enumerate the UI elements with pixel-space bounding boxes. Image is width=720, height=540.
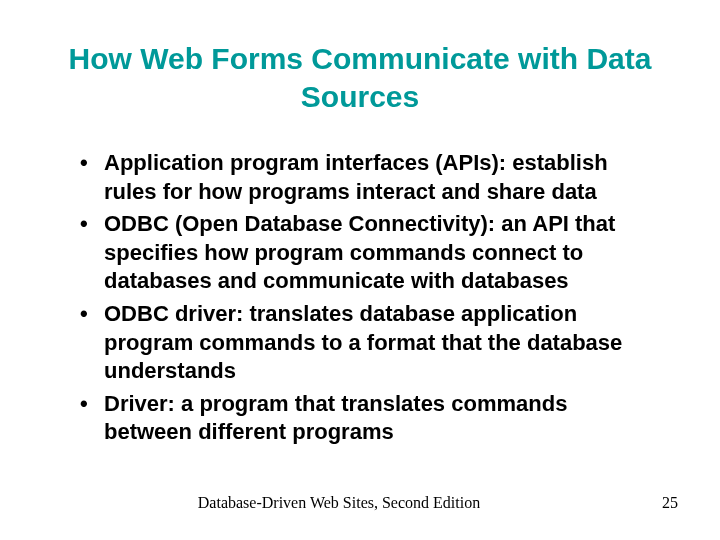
- bullet-list: Application program interfaces (APIs): e…: [60, 149, 660, 447]
- list-item: ODBC driver: translates database applica…: [80, 300, 660, 386]
- list-item: Driver: a program that translates comman…: [80, 390, 660, 447]
- slide-footer: Database-Driven Web Sites, Second Editio…: [0, 494, 720, 512]
- page-number: 25: [662, 494, 678, 512]
- list-item: Application program interfaces (APIs): e…: [80, 149, 660, 206]
- slide: How Web Forms Communicate with Data Sour…: [0, 0, 720, 540]
- footer-source: Database-Driven Web Sites, Second Editio…: [0, 494, 678, 512]
- slide-title: How Web Forms Communicate with Data Sour…: [60, 40, 660, 115]
- list-item: ODBC (Open Database Connectivity): an AP…: [80, 210, 660, 296]
